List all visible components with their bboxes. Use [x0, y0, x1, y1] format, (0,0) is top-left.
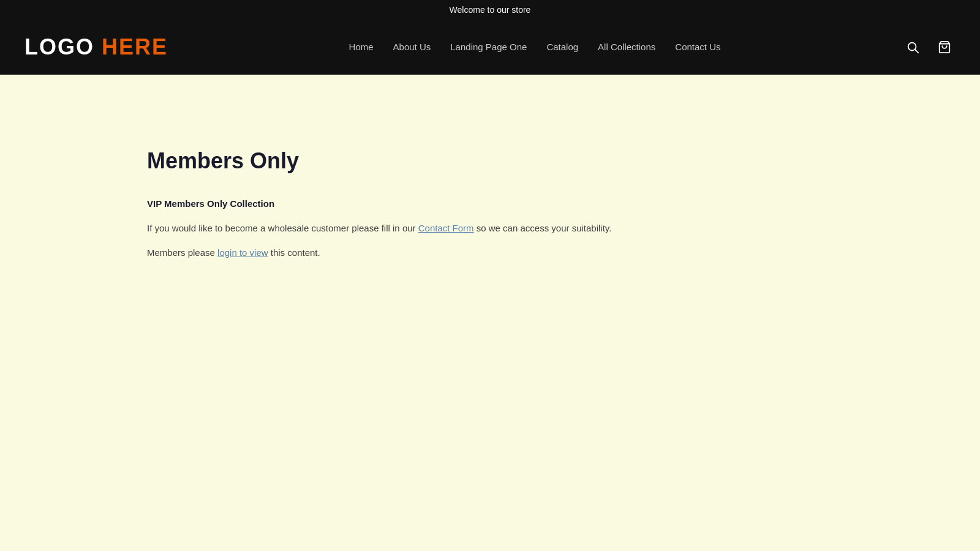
members-prefix: Members please	[147, 247, 217, 258]
wholesale-description: If you would like to become a wholesale …	[147, 221, 833, 236]
nav-contact[interactable]: Contact Us	[675, 42, 720, 52]
collection-subtitle: VIP Members Only Collection	[147, 198, 833, 209]
search-button[interactable]	[902, 36, 924, 58]
main-nav: Home About Us Landing Page One Catalog A…	[349, 42, 721, 52]
cart-icon	[938, 40, 951, 54]
members-login-text: Members please login to view this conten…	[147, 246, 833, 260]
nav-catalog[interactable]: Catalog	[546, 42, 578, 52]
header-icons	[902, 36, 956, 58]
contact-form-link[interactable]: Contact Form	[418, 223, 474, 233]
members-suffix: this content.	[268, 247, 320, 258]
logo-part2: HERE	[102, 34, 168, 59]
svg-line-1	[915, 50, 918, 53]
logo[interactable]: LOGO HERE	[24, 34, 168, 60]
description-suffix: so we can access your suitability.	[474, 223, 612, 233]
cart-button[interactable]	[933, 36, 956, 58]
nav-landing[interactable]: Landing Page One	[450, 42, 527, 52]
logo-part1: LOGO	[24, 34, 94, 59]
page-title: Members Only	[147, 148, 833, 174]
description-prefix: If you would like to become a wholesale …	[147, 223, 418, 233]
nav-collections[interactable]: All Collections	[598, 42, 655, 52]
announcement-text: Welcome to our store	[450, 5, 531, 15]
main-content: Members Only VIP Members Only Collection…	[123, 75, 858, 319]
login-to-view-link[interactable]: login to view	[217, 247, 268, 258]
header: LOGO HERE Home About Us Landing Page One…	[0, 20, 980, 75]
nav-about[interactable]: About Us	[393, 42, 431, 52]
nav-home[interactable]: Home	[349, 42, 374, 52]
search-icon	[906, 40, 919, 54]
announcement-bar: Welcome to our store	[0, 0, 980, 20]
